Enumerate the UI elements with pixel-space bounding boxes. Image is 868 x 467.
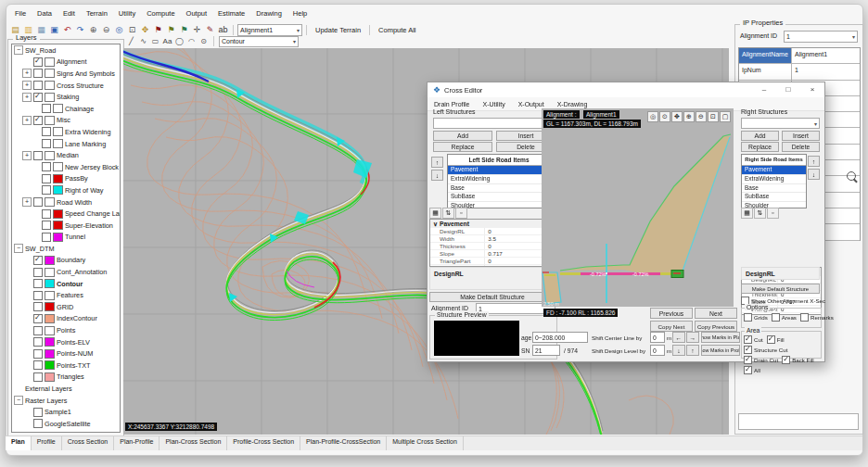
tree-expander-icon[interactable]: + [22, 69, 32, 78]
layer-tree-item[interactable]: + Road Width [12, 196, 120, 208]
layer-tree-item[interactable]: IndexContour [12, 313, 120, 325]
shift-left-button[interactable]: ← [672, 332, 685, 343]
menu-item[interactable]: Compute [141, 7, 180, 19]
layer-tree-item[interactable]: Contour [12, 278, 120, 290]
layer-tree-item[interactable]: GoogleSatellite [12, 418, 120, 430]
layer-color-swatch[interactable] [45, 268, 55, 277]
right-delete-button[interactable]: Delete [782, 142, 820, 152]
layer-tree-item[interactable]: Lane Marking [12, 138, 120, 150]
right-insert-button[interactable]: Insert [782, 131, 820, 141]
layer-color-swatch[interactable] [45, 326, 55, 335]
tree-expander-icon[interactable]: + [22, 81, 32, 90]
layer-checkbox[interactable] [33, 326, 43, 335]
road-item[interactable]: SubBase [742, 193, 806, 202]
layer-checkbox[interactable] [42, 221, 51, 230]
view-tab[interactable]: Plan [6, 436, 32, 450]
layer-color-swatch[interactable] [45, 93, 55, 102]
road-item[interactable]: Pavement [448, 166, 550, 175]
menu-item[interactable]: Estimate [212, 7, 250, 19]
layer-checkbox[interactable] [33, 197, 43, 207]
layer-tree-item[interactable]: + Misc [12, 115, 120, 127]
redo-icon[interactable]: ↷ [74, 24, 86, 36]
area-checkbox[interactable]: Fill [767, 335, 785, 344]
layer-color-swatch[interactable] [45, 197, 55, 207]
layer-color-swatch[interactable] [45, 256, 55, 265]
layer-color-swatch[interactable] [45, 291, 55, 300]
shift-up-button[interactable]: ↑ [686, 345, 699, 356]
layer-checkbox[interactable] [42, 127, 51, 136]
layer-checkbox[interactable] [42, 209, 51, 219]
layer-tree-item[interactable]: External Layers [12, 383, 120, 395]
layer-tree-item[interactable]: Speed Change Lanes [12, 208, 120, 220]
ip-table-row[interactable]: AlignmentName Alignment1 [739, 48, 860, 64]
layer-checkbox[interactable] [42, 139, 51, 148]
previous-button[interactable]: Previous [650, 308, 693, 319]
layer-tree-item[interactable]: + Signs And Symbols [12, 68, 120, 80]
dialog-menu-item[interactable]: Drain Profile [428, 100, 477, 108]
road-item[interactable]: Base [742, 184, 806, 194]
property-row[interactable]: Slope0.717 [430, 250, 550, 258]
tree-expander-icon[interactable]: − [14, 396, 23, 405]
layer-color-swatch[interactable] [53, 209, 63, 219]
ip-panel-input[interactable] [738, 413, 859, 430]
option-checkbox[interactable]: Grids [744, 313, 768, 322]
layer-color-swatch[interactable] [45, 314, 55, 323]
line-icon[interactable]: ╱ [126, 36, 136, 46]
pan-icon[interactable]: ✥ [671, 111, 683, 122]
property-pages-icon[interactable]: ▫ [455, 208, 467, 219]
layer-checkbox[interactable] [33, 57, 43, 67]
layer-checkbox[interactable] [33, 419, 43, 428]
layer-checkbox[interactable] [33, 151, 43, 160]
layer-tree-item[interactable]: Super-Elevation [12, 220, 120, 232]
menu-item[interactable]: Drawing [250, 7, 287, 19]
layer-checkbox[interactable] [33, 291, 43, 300]
text-icon[interactable]: Aa [162, 36, 172, 46]
layer-checkbox[interactable] [33, 69, 43, 78]
zoom-extents-icon[interactable]: ◎ [647, 111, 658, 122]
left-make-default-button[interactable]: Make Default Structure [429, 292, 555, 302]
view-tab[interactable]: Profile-Cross Section [227, 436, 300, 450]
layer-color-swatch[interactable] [45, 279, 55, 288]
property-row[interactable]: TrianglePart0 [430, 258, 550, 265]
next-button[interactable]: Next [695, 308, 737, 319]
layer-tree-item[interactable]: Boundary [12, 255, 120, 267]
layer-tree-item[interactable]: Triangles [12, 372, 120, 384]
update-terrain-button[interactable]: Update Terrain [311, 25, 365, 35]
menu-item[interactable]: Terrain [81, 7, 113, 19]
dialog-menu-item[interactable]: X-Utility [477, 100, 512, 108]
zoom-in-icon[interactable]: ⊕ [683, 111, 695, 122]
right-move-down-button[interactable]: ↓ [808, 169, 820, 180]
tree-expander-icon[interactable]: − [14, 244, 23, 253]
area-checkbox[interactable]: Structure Cut [744, 346, 787, 354]
layer-tree-item[interactable]: GRID [12, 301, 120, 313]
show-marks-in-profile-button[interactable]: Show Marks in Profile [701, 345, 740, 356]
alignment-tab-label[interactable]: Alignment : [543, 110, 580, 119]
view-tab[interactable]: Cross Section [62, 436, 115, 450]
compute-all-button[interactable]: Compute All [374, 25, 420, 35]
left-add-button[interactable]: Add [433, 131, 492, 141]
cross-section-viewport[interactable]: -0.72% -0.72% 2.50 m Alignment : Alignme… [542, 108, 734, 307]
show-marks-in-plan-button[interactable]: Show Marks in Plan [701, 332, 740, 343]
option-checkbox[interactable]: Areas [772, 313, 797, 322]
option-checkbox[interactable]: Remarks [800, 313, 834, 322]
layer-color-swatch[interactable] [45, 349, 55, 359]
left-move-up-button[interactable]: ↑ [431, 157, 443, 168]
view-tab[interactable]: Plan-Cross Section [160, 436, 227, 450]
layer-color-swatch[interactable] [53, 233, 63, 242]
layer-checkbox[interactable] [42, 233, 51, 242]
layer-tree-item[interactable]: Features [12, 289, 120, 301]
road-item[interactable]: ExtraWidening [448, 175, 550, 184]
contour-combo[interactable]: Contour ▾ [219, 36, 299, 47]
shift-down-button[interactable]: ↓ [672, 345, 685, 356]
copy-next-button[interactable]: Copy Next [650, 321, 693, 332]
tree-expander-icon[interactable]: + [22, 93, 32, 102]
layer-tree-item[interactable]: − SW_Road [12, 44, 120, 57]
categorized-icon[interactable]: ▦ [429, 208, 441, 219]
sn-input[interactable]: 21 [532, 345, 560, 356]
layer-checkbox[interactable] [42, 162, 51, 171]
layer-color-swatch[interactable] [45, 69, 55, 78]
left-structures-combo[interactable]: ▾ [433, 118, 555, 129]
layer-tree-item[interactable]: + Median [12, 149, 120, 161]
road-item[interactable]: Pavement [742, 166, 806, 175]
layer-tree-item[interactable]: New Jersey Block [12, 161, 120, 173]
